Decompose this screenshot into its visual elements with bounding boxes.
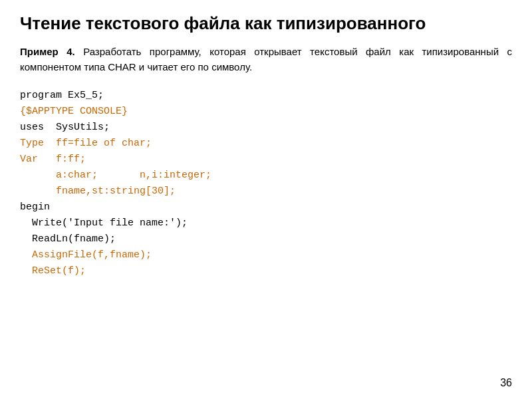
description-bold: Пример 4.	[20, 46, 75, 57]
description-text: Разработать программу, которая открывает…	[20, 46, 512, 72]
code-line-9: Write('Input file name:');	[20, 215, 512, 231]
page-title: Чтение текстового файла как типизированн…	[20, 13, 512, 34]
page-container: Чтение текстового файла как типизированн…	[0, 0, 532, 399]
code-line-3: uses SysUtils;	[20, 120, 512, 136]
code-line-12: ReSet(f);	[20, 263, 512, 279]
code-line-7: fname,st:string[30];	[20, 184, 512, 200]
page-number: 36	[500, 377, 512, 389]
code-line-11: AssignFile(f,fname);	[20, 247, 512, 263]
code-line-5: Var f:ff;	[20, 152, 512, 168]
description-paragraph: Пример 4. Разработать программу, которая…	[20, 45, 512, 74]
code-line-1: program Ex5_5;	[20, 88, 512, 104]
code-line-10: ReadLn(fname);	[20, 231, 512, 247]
code-block: program Ex5_5; {$APPTYPE CONSOLE} uses S…	[20, 88, 512, 279]
code-line-2: {$APPTYPE CONSOLE}	[20, 104, 512, 120]
code-line-6: a:char; n,i:integer;	[20, 168, 512, 184]
code-line-4: Type ff=file of char;	[20, 136, 512, 152]
code-line-8: begin	[20, 200, 512, 215]
